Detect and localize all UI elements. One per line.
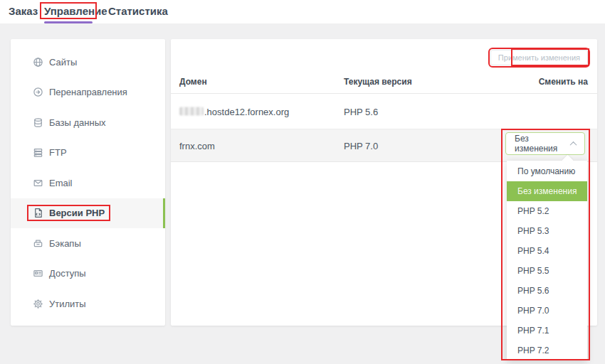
sidebar-item-label: Базы данных <box>49 117 106 128</box>
dropdown-option-php55[interactable]: PHP 5.5 <box>507 261 587 281</box>
dropdown-option-php54[interactable]: PHP 5.4 <box>507 241 587 261</box>
dropdown-option-php53[interactable]: PHP 5.3 <box>507 221 587 241</box>
column-header-domain: Домен <box>179 77 207 87</box>
nav-tab-statistics[interactable]: Статистика <box>108 5 168 17</box>
active-tab-underline <box>44 21 93 23</box>
apply-changes-button[interactable]: Применить изменения <box>490 50 588 65</box>
sidebar-item-sites[interactable]: Сайты <box>11 47 165 77</box>
dropdown-option-php72[interactable]: PHP 7.2 <box>507 341 587 360</box>
sidebar-item-label: Бэкапы <box>49 238 81 249</box>
dropdown-option-php56[interactable]: PHP 5.6 <box>507 281 587 301</box>
nav-tab-order[interactable]: Заказ <box>9 5 38 17</box>
sidebar-item-php-versions[interactable]: Версии PHP <box>11 198 165 229</box>
dropdown-option-default[interactable]: По умолчанию <box>507 161 587 181</box>
sidebar-item-utilities[interactable]: Утилиты <box>11 289 165 319</box>
censored-domain-prefix <box>179 107 204 115</box>
sidebar-item-databases[interactable]: Базы данных <box>11 107 165 138</box>
gear-icon <box>33 299 43 309</box>
domain-cell: .hostde12.fornex.org <box>179 106 289 117</box>
top-nav-bar: Заказ Управление Статистика <box>0 0 605 23</box>
sidebar: Сайты Перенаправления Базы данных FTP Em… <box>11 39 165 326</box>
column-header-change-to: Сменить на <box>539 77 588 87</box>
change-version-select-open[interactable]: Без изменения <box>505 132 585 155</box>
table-row: .hostde12.fornex.org PHP 5.6 Без изменен… <box>171 94 597 129</box>
dropdown-option-php52[interactable]: PHP 5.2 <box>507 201 587 221</box>
chevron-up-icon <box>570 141 577 148</box>
sidebar-item-ftp[interactable]: FTP <box>11 138 165 168</box>
annotation-box-management-tab <box>40 2 97 19</box>
envelope-icon <box>33 178 43 188</box>
current-version-cell: PHP 7.0 <box>344 140 378 151</box>
sidebar-item-label: Утилиты <box>49 299 86 309</box>
dropdown-option-no-change[interactable]: Без изменения <box>507 181 587 201</box>
sidebar-item-label: Перенаправления <box>49 87 127 97</box>
domain-cell: frnx.com <box>179 140 215 151</box>
sidebar-item-redirects[interactable]: Перенаправления <box>11 77 165 108</box>
current-version-cell: PHP 5.6 <box>344 106 378 117</box>
redirect-icon <box>33 87 43 97</box>
backup-icon <box>33 238 43 249</box>
sidebar-item-access[interactable]: Доступы <box>11 259 165 289</box>
database-icon <box>33 117 43 128</box>
dropdown-option-php70[interactable]: PHP 7.0 <box>507 301 587 321</box>
select-value: Без изменения <box>515 134 571 154</box>
server-icon <box>33 147 43 158</box>
php-file-icon <box>33 208 43 218</box>
column-header-current-version: Текущая версия <box>344 77 412 87</box>
version-dropdown-menu: По умолчанию Без изменения PHP 5.2 PHP 5… <box>507 161 587 360</box>
sidebar-item-label: FTP <box>49 147 67 158</box>
annotation-box-php-versions: Версии PHP <box>27 205 110 221</box>
id-card-icon <box>33 268 43 279</box>
sidebar-item-label: Сайты <box>49 57 77 68</box>
sidebar-item-label: Email <box>49 178 73 188</box>
sidebar-item-email[interactable]: Email <box>11 168 165 198</box>
dropdown-option-php71[interactable]: PHP 7.1 <box>507 321 587 341</box>
sidebar-item-backups[interactable]: Бэкапы <box>11 228 165 259</box>
globe-icon <box>33 57 43 68</box>
sidebar-item-label: Доступы <box>49 268 86 279</box>
sidebar-item-label: Версии PHP <box>49 208 105 218</box>
table-header-row: Домен Текущая версия Сменить на <box>171 71 597 94</box>
